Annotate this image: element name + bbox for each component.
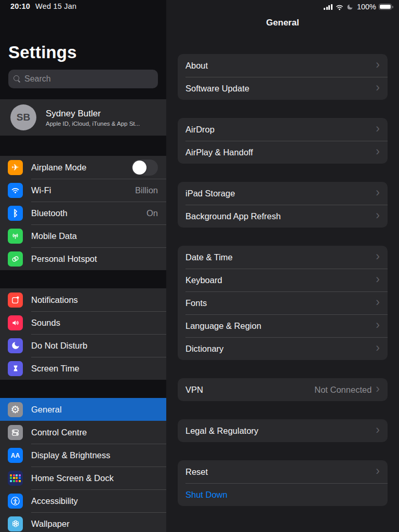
card-storage: iPad Storage Background App Refresh [178, 182, 388, 228]
sidebar-group-general: General Control Centre Display & Brightn… [0, 398, 166, 532]
status-bar-right: 100% [324, 3, 393, 11]
row-reset[interactable]: Reset [178, 460, 388, 483]
row-dictionary[interactable]: Dictionary [178, 337, 388, 360]
sidebar-item-label: Screen Time [31, 364, 79, 374]
row-language-region[interactable]: Language & Region [178, 314, 388, 337]
hourglass-icon [8, 361, 23, 376]
chevron-right-icon [376, 210, 380, 222]
ipad-settings-screen: 20:10Wed 15 Jan Settings SB Sydney Butle… [0, 0, 399, 532]
row-vpn[interactable]: VPN Not Connected [178, 378, 388, 401]
chevron-right-icon [376, 297, 380, 309]
row-label: VPN [185, 385, 203, 395]
sidebar-item-label: Wi-Fi [31, 185, 51, 195]
sidebar-item-do-not-disturb[interactable]: Do Not Disturb [0, 334, 166, 357]
avatar: SB [10, 104, 36, 130]
card-locale: Date & Time Keyboard Fonts Language & Re… [178, 246, 388, 360]
row-label: AirDrop [185, 125, 215, 135]
search-icon [14, 75, 21, 83]
sidebar-item-label: Personal Hotspot [31, 254, 97, 264]
chevron-right-icon [376, 425, 380, 437]
airplane-mode-toggle[interactable] [131, 159, 158, 176]
profile-name: Sydney Butler [46, 109, 140, 119]
card-vpn: VPN Not Connected [178, 378, 388, 401]
general-detail-panel: 100% General About Software Update AirDr… [166, 0, 399, 532]
profile-subtitle: Apple ID, iCloud, iTunes & App St... [46, 121, 140, 127]
sidebar-item-label: Notifications [31, 295, 78, 305]
row-label: About [185, 61, 208, 71]
sidebar-item-notifications[interactable]: Notifications [0, 288, 166, 311]
row-date-time[interactable]: Date & Time [178, 246, 388, 269]
sidebar-item-display-brightness[interactable]: Display & Brightness [0, 444, 166, 467]
airplane-icon [8, 160, 23, 175]
row-label: Dictionary [185, 344, 223, 354]
row-label: Software Update [185, 84, 249, 94]
vpn-status-value: Not Connected [314, 385, 371, 395]
row-label: AirPlay & Handoff [185, 148, 253, 157]
row-fonts[interactable]: Fonts [178, 291, 388, 314]
chevron-right-icon [376, 60, 380, 72]
sidebar-item-control-centre[interactable]: Control Centre [0, 421, 166, 444]
bluetooth-icon [8, 206, 23, 221]
sidebar-item-general[interactable]: General [0, 398, 166, 421]
sidebar-item-label: Accessibility [31, 496, 78, 506]
sidebar-group-connectivity: Airplane Mode Wi-Fi Billion Bluetooth On… [0, 156, 166, 270]
sidebar-item-label: Display & Brightness [31, 450, 110, 460]
battery-percent: 100% [357, 3, 376, 11]
sidebar-item-label: Mobile Data [31, 231, 77, 241]
bluetooth-status-value: On [147, 208, 158, 218]
chevron-right-icon [376, 251, 380, 263]
row-label: Background App Refresh [185, 211, 281, 221]
hotspot-links-icon [8, 251, 23, 267]
app-grid-icon [8, 471, 23, 486]
row-airdrop[interactable]: AirDrop [178, 118, 388, 141]
sidebar-item-wallpaper[interactable]: Wallpaper [0, 512, 166, 532]
battery-icon [379, 4, 392, 10]
sidebar-item-label: Control Centre [31, 428, 87, 437]
row-keyboard[interactable]: Keyboard [178, 269, 388, 291]
text-size-icon [8, 448, 23, 463]
sidebar-item-sounds[interactable]: Sounds [0, 311, 166, 334]
chevron-right-icon [376, 83, 380, 95]
row-label: Reset [185, 467, 208, 477]
sidebar-item-personal-hotspot[interactable]: Personal Hotspot [0, 247, 166, 270]
settings-sidebar: 20:10Wed 15 Jan Settings SB Sydney Butle… [0, 0, 166, 532]
row-software-update[interactable]: Software Update [178, 77, 388, 100]
row-background-app-refresh[interactable]: Background App Refresh [178, 205, 388, 228]
row-legal-regulatory[interactable]: Legal & Regulatory [178, 419, 388, 442]
sidebar-item-wifi[interactable]: Wi-Fi Billion [0, 179, 166, 202]
search-field[interactable] [8, 70, 158, 88]
sidebar-item-home-screen-dock[interactable]: Home Screen & Dock [0, 467, 166, 489]
row-about[interactable]: About [178, 54, 388, 77]
card-reset: Reset Shut Down [178, 460, 388, 506]
row-shut-down[interactable]: Shut Down [178, 483, 388, 506]
row-label: Date & Time [185, 252, 233, 262]
sidebar-item-accessibility[interactable]: Accessibility [0, 489, 166, 512]
status-date: Wed 15 Jan [35, 2, 76, 10]
row-label: Keyboard [185, 275, 222, 285]
cellular-signal-icon [324, 4, 332, 10]
sidebar-item-label: Home Screen & Dock [31, 473, 114, 483]
sidebar-item-label: Do Not Disturb [31, 341, 87, 351]
row-label: Language & Region [185, 321, 261, 331]
row-label: Fonts [185, 298, 207, 308]
status-bar-left: 20:10Wed 15 Jan [10, 2, 76, 10]
notifications-icon [8, 292, 23, 308]
card-legal: Legal & Regulatory [178, 419, 388, 442]
sidebar-item-screen-time[interactable]: Screen Time [0, 357, 166, 380]
shut-down-button[interactable]: Shut Down [185, 490, 228, 500]
sidebar-item-airplane-mode[interactable]: Airplane Mode [0, 156, 166, 179]
sidebar-item-mobile-data[interactable]: Mobile Data [0, 224, 166, 247]
row-ipad-storage[interactable]: iPad Storage [178, 182, 388, 205]
chevron-right-icon [376, 274, 380, 286]
sidebar-item-bluetooth[interactable]: Bluetooth On [0, 202, 166, 224]
row-airplay-handoff[interactable]: AirPlay & Handoff [178, 141, 388, 164]
search-input[interactable] [24, 74, 153, 84]
sidebar-item-label: Airplane Mode [31, 163, 86, 172]
detail-title: General [166, 18, 399, 28]
moon-icon [8, 338, 23, 353]
sidebar-group-notifications: Notifications Sounds Do Not Disturb Scre… [0, 288, 166, 380]
apple-id-profile[interactable]: SB Sydney Butler Apple ID, iCloud, iTune… [0, 99, 166, 136]
card-airdrop: AirDrop AirPlay & Handoff [178, 118, 388, 164]
speaker-icon [8, 315, 23, 330]
card-about: About Software Update [178, 54, 388, 100]
